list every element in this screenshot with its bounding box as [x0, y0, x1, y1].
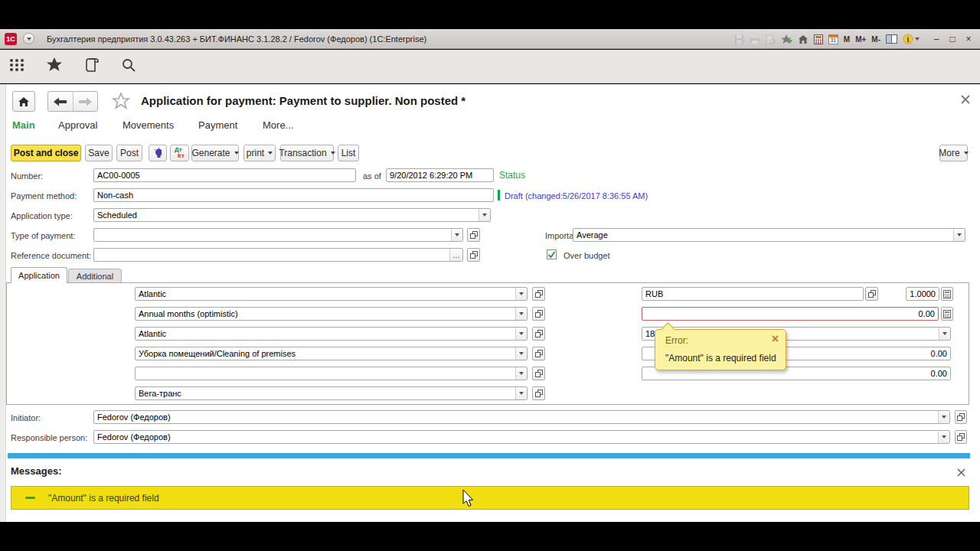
split-window-icon[interactable] [886, 34, 897, 44]
open-button[interactable] [467, 248, 480, 262]
open-button[interactable] [532, 367, 545, 380]
open-icon [957, 433, 965, 441]
chevron-down-icon [27, 37, 31, 41]
tab-approval[interactable]: Approval [58, 119, 97, 131]
post-and-close-button[interactable]: Post and close [11, 145, 81, 161]
number-field[interactable]: AC00-0005 [93, 168, 356, 182]
choose-button[interactable]: … [449, 249, 462, 261]
save-button[interactable]: Save [85, 145, 113, 161]
open-button[interactable] [532, 386, 545, 400]
form-close-icon[interactable] [961, 93, 970, 107]
favorites-star-icon[interactable] [46, 57, 63, 76]
project-field[interactable] [135, 367, 528, 380]
importance-field[interactable]: Average [573, 228, 965, 242]
tooltip-close-icon[interactable] [772, 335, 779, 343]
open-button[interactable] [955, 410, 967, 424]
check-fill-button[interactable] [149, 145, 167, 161]
type-of-payment-field[interactable] [93, 228, 463, 242]
payment-method-field[interactable]: Non-cash [93, 188, 494, 202]
calculator-button[interactable] [941, 287, 953, 301]
tab-main[interactable]: Main [12, 119, 35, 131]
initiator-field[interactable]: Fedorov (Федоров) [93, 410, 950, 424]
apps-menu-icon[interactable] [9, 57, 24, 76]
as-of-date-field[interactable]: 9/20/2012 6:29:20 PM [386, 168, 494, 182]
company-field[interactable]: Вега-транс [135, 386, 528, 400]
post-button[interactable]: Post [116, 145, 142, 161]
list-button[interactable]: List [338, 145, 359, 161]
application-type-field[interactable]: Scheduled [93, 208, 491, 222]
memory-subtract-button[interactable]: M- [871, 35, 880, 44]
over-budget-checkbox[interactable] [547, 249, 557, 259]
window-close-button[interactable]: × [963, 34, 974, 44]
debit-credit-button[interactable]: ДтКт [170, 145, 189, 161]
tab-movements[interactable]: Movements [122, 119, 174, 131]
entity-field[interactable]: Atlantic [135, 287, 528, 301]
dropdown-button[interactable] [515, 328, 527, 340]
open-button[interactable] [532, 347, 545, 360]
memory-recall-button[interactable]: M [844, 35, 850, 44]
message-item[interactable]: "Amount" is a required field [11, 486, 969, 510]
as-of-label: as of [363, 171, 381, 181]
favorite-toggle-icon[interactable] [112, 92, 130, 112]
reference-document-field[interactable]: … [93, 248, 463, 262]
rate-field[interactable]: 1.0000 [906, 287, 939, 301]
turnover-item-field[interactable]: Уборка помещений/Cleaning of premises [135, 347, 528, 360]
open-button[interactable] [532, 287, 545, 301]
dropdown-button[interactable] [938, 411, 949, 423]
open-button[interactable] [467, 228, 480, 242]
open-icon [535, 390, 543, 397]
pane-splitter[interactable] [8, 453, 970, 458]
tab-application[interactable]: Application [11, 267, 67, 283]
info-menu-icon[interactable]: i [903, 34, 920, 44]
post-and-close-label: Post and close [14, 148, 79, 158]
calculator-button[interactable] [941, 307, 953, 321]
debit-credit-icon: ДтКт [175, 147, 185, 159]
scenario-field[interactable]: Annual months (optimistic) [135, 307, 528, 321]
dropdown-button[interactable] [515, 308, 527, 320]
tab-additional[interactable]: Additional [68, 269, 122, 283]
open-button[interactable] [955, 430, 967, 444]
more-button[interactable]: More [939, 145, 968, 161]
search-icon[interactable] [121, 57, 136, 76]
maximize-button[interactable]: □ [947, 34, 958, 44]
print-button[interactable]: print [243, 145, 276, 161]
dropdown-button[interactable] [479, 209, 490, 221]
system-menu-button[interactable] [23, 33, 34, 44]
dropdown-button[interactable] [515, 387, 527, 399]
messages-close-icon[interactable] [957, 466, 965, 480]
cost-center-field[interactable]: Atlantic [135, 327, 528, 341]
memory-add-button[interactable]: M+ [855, 35, 866, 44]
open-icon [868, 290, 876, 298]
home-button[interactable] [12, 91, 35, 112]
back-button[interactable] [48, 92, 74, 111]
document-currency-field[interactable]: RUB [642, 287, 864, 301]
generate-button[interactable]: Generate [191, 145, 239, 161]
tab-more[interactable]: More... [263, 119, 293, 131]
calendar-icon[interactable]: 31 [828, 34, 838, 44]
home-icon [18, 96, 30, 107]
dropdown-button[interactable] [939, 328, 950, 340]
dropdown-button[interactable] [451, 229, 462, 241]
minimize-button[interactable]: – [931, 34, 942, 44]
dropdown-button[interactable] [515, 288, 527, 300]
home-shortcut-icon[interactable] [798, 34, 808, 44]
calculator-icon[interactable] [814, 34, 823, 44]
chevron-down-icon [942, 416, 946, 419]
add-favorite-icon[interactable] [781, 34, 792, 44]
arrow-right-icon [78, 97, 92, 106]
amount-field[interactable]: 0.00 [642, 307, 939, 321]
dropdown-button[interactable] [938, 431, 949, 443]
document-currency-value: RUB [645, 289, 663, 298]
history-icon[interactable] [84, 57, 100, 76]
responsible-person-field[interactable]: Fedorov (Федоров) [93, 430, 950, 444]
chevron-down-icon [482, 214, 487, 217]
tab-payment[interactable]: Payment [198, 119, 237, 131]
open-button[interactable] [532, 327, 545, 341]
forward-button[interactable] [74, 92, 98, 111]
dropdown-button[interactable] [515, 367, 527, 380]
open-button[interactable] [865, 287, 878, 301]
transaction-button[interactable]: Transaction [280, 145, 334, 161]
open-button[interactable] [532, 307, 545, 321]
dropdown-button[interactable] [953, 229, 965, 241]
dropdown-button[interactable] [515, 347, 527, 360]
